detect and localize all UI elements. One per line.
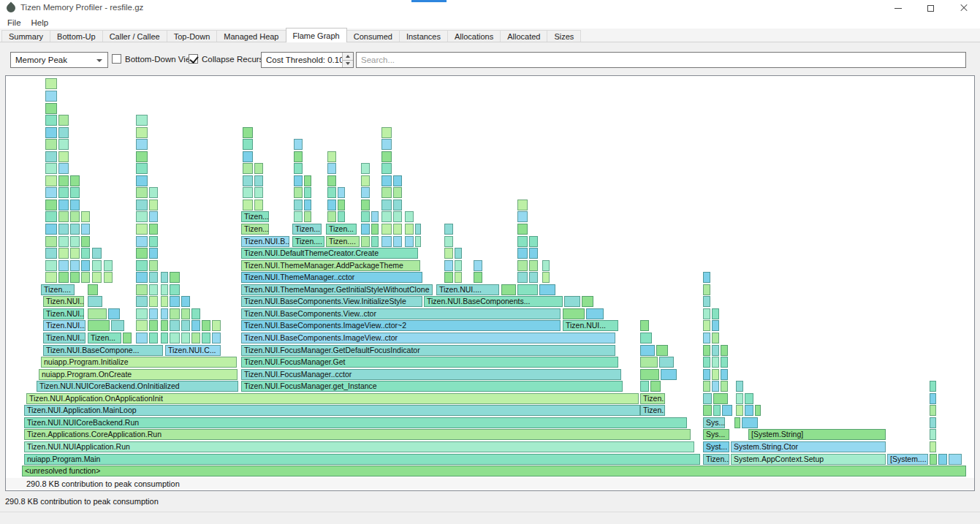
flame-frame[interactable]	[149, 200, 158, 210]
flame-frame[interactable]	[104, 260, 113, 271]
flame-frame[interactable]	[721, 357, 728, 368]
flame-frame[interactable]	[713, 393, 728, 404]
flame-frame[interactable]	[656, 345, 668, 356]
maximize-button[interactable]	[914, 0, 947, 16]
flame-frame[interactable]	[640, 345, 655, 356]
flame-frame[interactable]	[92, 248, 102, 259]
flame-frame[interactable]	[474, 272, 482, 283]
flame-frame[interactable]	[304, 187, 311, 198]
flame-frame[interactable]	[712, 345, 719, 356]
flame-frame[interactable]: Tizen.NUI.FocusManager.GetDefaultFocusIn…	[241, 345, 615, 356]
flame-frame[interactable]	[254, 187, 263, 198]
flame-frame[interactable]	[455, 272, 462, 283]
flame-frame[interactable]	[70, 260, 80, 271]
flame-frame[interactable]	[474, 260, 482, 271]
flame-frame[interactable]: Tizen.NUI.BaseComponents.View..ctor	[241, 308, 561, 319]
flame-frame[interactable]	[455, 248, 462, 259]
flame-frame[interactable]: Tizen.NUI...	[563, 320, 618, 331]
flame-frame[interactable]: [System.String]	[748, 429, 886, 440]
tab-top-down[interactable]: Top-Down	[167, 30, 218, 42]
flame-frame[interactable]	[254, 175, 263, 186]
flame-frame[interactable]	[191, 333, 200, 343]
flame-frame[interactable]	[930, 441, 936, 452]
flame-frame[interactable]: Tizen.NUI.ThemeManager..cctor	[241, 272, 422, 283]
flame-frame[interactable]	[517, 272, 528, 283]
flame-frame[interactable]	[70, 272, 80, 283]
flame-frame[interactable]	[92, 260, 102, 271]
menu-item-file[interactable]: File	[2, 18, 26, 28]
tab-allocations[interactable]: Allocations	[447, 30, 501, 42]
flame-frame[interactable]	[136, 308, 148, 319]
flame-frame[interactable]	[742, 417, 758, 428]
flame-frame[interactable]: Tizen.NUI.ThemeManager.GetInitialStyleWi…	[241, 284, 433, 295]
flame-frame[interactable]: <unresolved function>	[22, 466, 966, 476]
flame-frame[interactable]	[703, 345, 710, 356]
flame-frame[interactable]	[170, 320, 180, 331]
flame-frame[interactable]	[136, 224, 148, 235]
flame-frame[interactable]	[149, 296, 158, 307]
flame-frame[interactable]	[542, 272, 550, 283]
tab-allocated[interactable]: Allocated	[500, 30, 547, 42]
flame-frame[interactable]	[123, 333, 132, 343]
flame-frame[interactable]	[149, 272, 158, 283]
flame-frame[interactable]	[136, 163, 148, 174]
flame-frame[interactable]	[149, 224, 158, 235]
flame-frame[interactable]	[650, 381, 661, 392]
flame-frame[interactable]	[136, 333, 148, 343]
flame-frame[interactable]	[58, 187, 69, 198]
flame-frame[interactable]	[294, 151, 303, 162]
flame-frame[interactable]: Sys...	[703, 429, 729, 440]
flame-frame[interactable]	[136, 272, 148, 283]
flame-frame[interactable]: Tizen.NUI.ThemeManager.AddPackageTheme	[241, 260, 420, 271]
flame-frame[interactable]: Tizen...	[640, 393, 665, 404]
flame-frame[interactable]	[640, 369, 659, 380]
flame-frame[interactable]	[108, 308, 120, 319]
tab-bottom-up[interactable]: Bottom-Up	[50, 30, 103, 42]
flame-frame[interactable]	[712, 333, 719, 343]
flame-frame[interactable]: Tizen.NUI.NUICoreBackend.Run	[24, 417, 687, 428]
flame-frame[interactable]: Tizen.NUI.BaseComponents.ImageView..ctor…	[241, 320, 561, 331]
flame-frame[interactable]	[136, 115, 148, 126]
flame-frame[interactable]	[563, 308, 585, 319]
flame-frame[interactable]	[181, 308, 190, 319]
flame-frame[interactable]	[58, 200, 69, 210]
flame-frame[interactable]: Tizen.NUI.FocusManager.Get	[241, 357, 618, 368]
flame-frame[interactable]	[393, 224, 402, 235]
flame-frame[interactable]	[736, 405, 743, 416]
flame-frame[interactable]	[45, 91, 57, 102]
flame-frame[interactable]	[45, 211, 57, 222]
flame-frame[interactable]	[88, 284, 98, 295]
flame-frame[interactable]	[703, 284, 710, 295]
flame-frame[interactable]	[444, 260, 453, 271]
flame-frame[interactable]	[58, 139, 69, 150]
flame-frame[interactable]	[361, 200, 370, 210]
flame-frame[interactable]	[191, 320, 200, 331]
flame-frame[interactable]	[58, 151, 69, 162]
flame-frame[interactable]	[582, 296, 593, 307]
flame-frame[interactable]	[455, 260, 462, 271]
flame-frame[interactable]	[640, 320, 649, 331]
flame-frame[interactable]	[722, 405, 732, 416]
flame-frame[interactable]	[529, 248, 538, 259]
flame-frame[interactable]	[393, 187, 402, 198]
flame-frame[interactable]	[136, 187, 148, 198]
flame-frame[interactable]	[393, 236, 402, 247]
flame-frame[interactable]	[444, 248, 453, 259]
flame-frame[interactable]: Tizen.NUI.NUICoreBackend.OnInitialized	[37, 381, 238, 392]
flame-frame[interactable]	[294, 200, 303, 210]
flame-frame[interactable]	[930, 429, 936, 440]
flame-frame[interactable]	[181, 320, 190, 331]
flame-frame[interactable]	[58, 175, 69, 186]
flame-frame[interactable]: Tizen.NUI.FocusManager..cctor	[241, 369, 621, 380]
flame-frame[interactable]	[58, 211, 69, 222]
flame-frame[interactable]	[58, 115, 69, 126]
flame-frame[interactable]	[294, 139, 303, 150]
flame-frame[interactable]	[381, 211, 392, 222]
flame-frame[interactable]: Sys...	[703, 417, 725, 428]
flame-frame[interactable]	[136, 211, 148, 222]
flame-frame[interactable]	[136, 296, 148, 307]
menu-item-help[interactable]: Help	[26, 18, 54, 28]
flame-frame[interactable]	[136, 127, 148, 138]
flame-frame[interactable]	[170, 284, 180, 295]
flame-frame[interactable]	[81, 260, 90, 271]
